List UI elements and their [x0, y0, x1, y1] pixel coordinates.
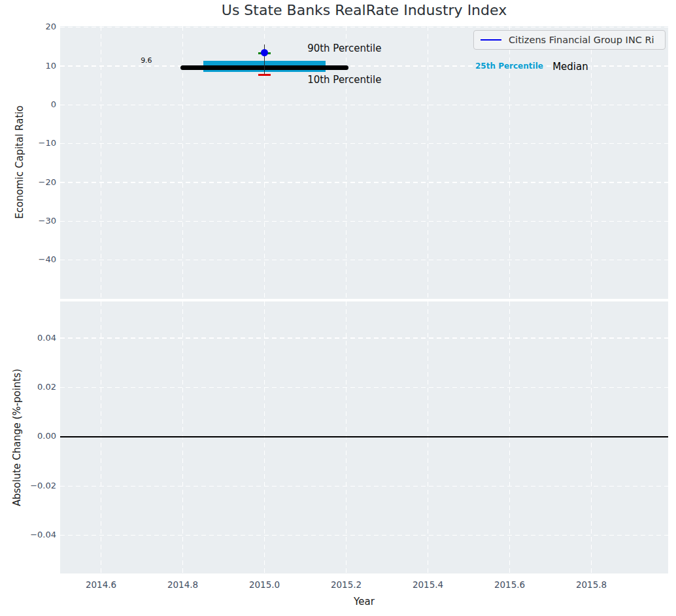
y-tick-label: 0 [0, 99, 56, 109]
gridline-vertical [101, 301, 101, 573]
y-tick-label: −30 [0, 216, 56, 226]
x-axis-label: Year [60, 596, 668, 607]
gridline-horizontal [60, 105, 668, 105]
legend-label: Citizens Financial Group INC Ri [509, 35, 654, 45]
gridline-vertical [509, 301, 510, 573]
annotation-median: Median [552, 61, 588, 73]
gridline-horizontal [60, 486, 668, 487]
gridline-horizontal [60, 27, 668, 27]
x-tick-label: 2014.6 [74, 579, 129, 590]
gridline-horizontal [60, 337, 668, 338]
x-tick-label: 2015.0 [237, 579, 292, 590]
x-tick-label: 2015.4 [401, 579, 456, 590]
gridline-vertical [428, 301, 428, 573]
gridline-vertical [346, 301, 346, 573]
zero-line [60, 436, 668, 437]
top-y-axis-label: Economic Capital Ratio [14, 105, 25, 218]
gridline-horizontal [60, 182, 668, 182]
chart-title: Us State Banks RealRate Industry Index [60, 2, 668, 18]
x-tick-label: 2015.2 [319, 579, 374, 590]
x-tick-label: 2014.8 [156, 579, 211, 590]
gridline-vertical [591, 26, 592, 299]
chart-figure: Us State Banks RealRate Industry Index E… [0, 0, 676, 616]
y-tick-label: 0.00 [0, 431, 56, 441]
gridline-vertical [182, 301, 183, 573]
y-tick-label: −10 [0, 138, 56, 148]
company-data-point [261, 49, 268, 56]
annotation-90th-percentile: 90th Percentile [307, 43, 381, 54]
gridline-horizontal [60, 535, 668, 536]
gridline-horizontal [60, 387, 668, 388]
gridline-horizontal [60, 260, 668, 260]
gridline-vertical [428, 26, 428, 299]
gridline-vertical [591, 301, 592, 573]
annotation-10th-percentile: 10th Percentile [307, 74, 381, 86]
gridline-vertical [264, 301, 265, 573]
bottom-plot-area [60, 301, 668, 573]
gridline-vertical [101, 26, 101, 299]
legend-line-swatch [481, 39, 501, 41]
y-tick-label: −0.02 [0, 481, 56, 490]
y-tick-label: 10 [0, 61, 56, 71]
y-tick-label: −0.04 [0, 530, 56, 539]
annotation-25th-percentile: 25th Percentile [475, 61, 543, 71]
gridline-horizontal [60, 221, 668, 222]
y-tick-label: −40 [0, 254, 56, 264]
x-tick-label: 2015.6 [482, 579, 537, 590]
gridline-horizontal [60, 143, 668, 144]
errorbar-cap-10th [258, 74, 271, 76]
x-tick-label: 2015.8 [564, 579, 619, 590]
y-tick-label: 0.04 [0, 333, 56, 343]
y-tick-label: 20 [0, 22, 56, 31]
y-tick-label: −20 [0, 177, 56, 187]
annotation-9-6: 9.6 [141, 56, 152, 65]
y-tick-label: 0.02 [0, 382, 56, 392]
legend: Citizens Financial Group INC Ri [473, 30, 666, 50]
